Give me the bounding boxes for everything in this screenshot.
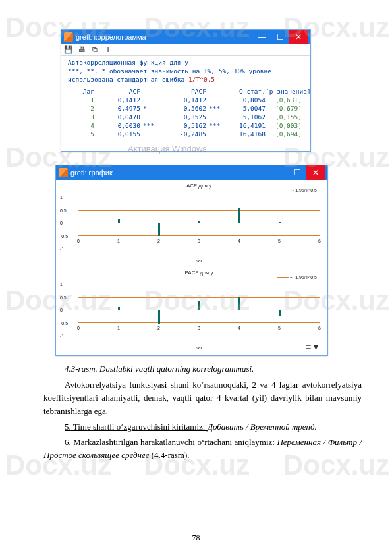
- y-tick-label: 0: [60, 308, 63, 312]
- ci-line: [78, 210, 320, 211]
- minimize-button[interactable]: —: [252, 30, 271, 44]
- y-tick-label: -0.5: [60, 320, 68, 325]
- minimize-button[interactable]: —: [269, 165, 288, 180]
- spike-bar: [158, 310, 160, 324]
- paragraph: 6. Markazlashtirilgan harakatlanuvchi o‘…: [43, 436, 362, 462]
- y-tick-label: -1: [60, 334, 64, 338]
- header-text: ***, **, * обозначает значимость на 1%, …: [68, 67, 304, 76]
- app-icon: [64, 32, 73, 42]
- x-tick-label: 0: [77, 326, 80, 330]
- y-tick-label: -1: [60, 247, 64, 251]
- ci-line: [78, 297, 320, 298]
- legend: +- 1,96/T^0,5: [277, 188, 317, 192]
- x-tick-label: 1: [117, 239, 120, 243]
- table-row: 50,0155-0,248516,4168[0,694]: [68, 131, 304, 139]
- x-tick-label: 3: [198, 239, 200, 243]
- document-body: 4.3-rasm. Dastlabki vaqtli qatorning kor…: [43, 363, 362, 464]
- header-text: Автокорреляционная функция для y: [68, 59, 304, 67]
- close-button[interactable]: ✕: [289, 30, 308, 44]
- x-tick-label: 1: [117, 326, 120, 330]
- table-row: 30,04700,35255,1062[0,155]: [68, 113, 304, 122]
- spike-bar: [238, 297, 240, 310]
- save-icon[interactable]: 💾: [64, 45, 73, 55]
- x-tick-label: 3: [198, 326, 200, 330]
- x-tick-label: 4: [238, 239, 240, 243]
- spike-bar: [158, 223, 160, 236]
- maximize-button[interactable]: ☐: [288, 165, 306, 180]
- copy-icon[interactable]: ⧉: [90, 45, 99, 55]
- menu-icon[interactable]: ≡ ▾: [306, 341, 318, 353]
- legend-line-icon: [277, 190, 289, 190]
- spike-bar: [118, 219, 120, 223]
- close-button[interactable]: ✕: [306, 165, 325, 180]
- app-icon: [59, 168, 68, 177]
- text-icon[interactable]: T: [103, 45, 113, 55]
- figure-caption: 4.3-rasm. Dastlabki vaqtli qatorning kor…: [43, 363, 362, 376]
- x-tick-label: 4: [238, 326, 240, 330]
- ci-line: [78, 322, 320, 323]
- spike-bar: [198, 301, 200, 310]
- x-tick-label: 2: [157, 239, 160, 243]
- titlebar[interactable]: gretl: график — ☐ ✕: [56, 165, 327, 180]
- correlogram-window: gretl: коррелограмма — ☐ ✕ 💾 🖶 ⧉ T Авток…: [61, 29, 311, 152]
- x-tick-label: 6: [318, 239, 321, 243]
- paragraph: Avtokorrelyatsiya funktsiyasi shuni ko‘r…: [43, 378, 362, 418]
- correlogram-body: Автокорреляционная функция для y ***, **…: [61, 56, 310, 140]
- x-tick-label: 2: [157, 326, 160, 330]
- window-title: gretl: коррелограмма: [76, 33, 252, 41]
- y-tick-label: 0.5: [60, 295, 67, 299]
- spike-bar: [118, 307, 120, 310]
- y-tick-label: 1: [60, 282, 63, 287]
- graph-window: gretl: график — ☐ ✕ ACF для y +- 1,96/T^…: [55, 165, 328, 356]
- ci-line: [78, 235, 320, 236]
- table-header: Лаг ACF PACF Q-стат. [p-значение]: [68, 88, 304, 96]
- header-text: использована стандартная ошибка 1/T^0,5: [68, 76, 304, 84]
- acf-plot: ACF для y +- 1,96/T^0,5 10.50-0.5-101234…: [78, 190, 320, 262]
- window-buttons: — ☐ ✕: [269, 165, 325, 180]
- print-icon[interactable]: 🖶: [77, 45, 86, 55]
- window-buttons: — ☐ ✕: [252, 30, 308, 44]
- plot-axes: 10.50-0.5-10123456: [78, 284, 320, 336]
- paragraph: 5. Time shartli o‘zgaruvchisini kiritami…: [43, 421, 362, 434]
- x-axis-label: лаг: [78, 345, 320, 350]
- window-title: gretl: график: [70, 169, 269, 177]
- legend: +- 1,96/T^0,5: [277, 275, 317, 279]
- spike-bar: [279, 310, 281, 316]
- spike-bar: [198, 221, 200, 223]
- correlogram-table: Лаг ACF PACF Q-стат. [p-значение] 10,141…: [68, 88, 304, 138]
- windows-activation-watermark: Активация Windows: [128, 144, 207, 154]
- pacf-plot: PACF для y +- 1,96/T^0,5 10.50-0.5-10123…: [78, 278, 320, 349]
- x-tick-label: 6: [318, 326, 321, 330]
- plot-axes: 10.50-0.5-10123456: [78, 197, 320, 248]
- y-tick-label: 0.5: [60, 208, 67, 212]
- x-tick-label: 0: [77, 239, 80, 243]
- x-axis-label: лаг: [78, 258, 320, 263]
- y-tick-label: -0.5: [60, 233, 68, 238]
- spike-bar: [238, 208, 240, 223]
- spike-bar: [279, 222, 281, 223]
- maximize-button[interactable]: ☐: [271, 30, 289, 44]
- toolbar: 💾 🖶 ⧉ T: [61, 44, 310, 56]
- x-tick-label: 5: [278, 239, 281, 243]
- plot-area: ACF для y +- 1,96/T^0,5 10.50-0.5-101234…: [56, 180, 327, 355]
- y-tick-label: 0: [60, 221, 63, 225]
- zero-axis-line: [78, 310, 320, 310]
- y-tick-label: 1: [60, 195, 63, 200]
- zero-axis-line: [78, 223, 320, 223]
- legend-line-icon: [277, 277, 289, 278]
- table-row: 40,6030***0,5162***16,4191[0,003]: [68, 122, 304, 131]
- table-row: 10,14120,14120,8054[0,631]: [68, 96, 304, 105]
- titlebar[interactable]: gretl: коррелограмма — ☐ ✕: [61, 30, 310, 44]
- page-number: 78: [0, 533, 392, 543]
- table-row: 2-0,4975*-0,5602***5,0047[0,679]: [68, 105, 304, 113]
- x-tick-label: 5: [278, 326, 281, 330]
